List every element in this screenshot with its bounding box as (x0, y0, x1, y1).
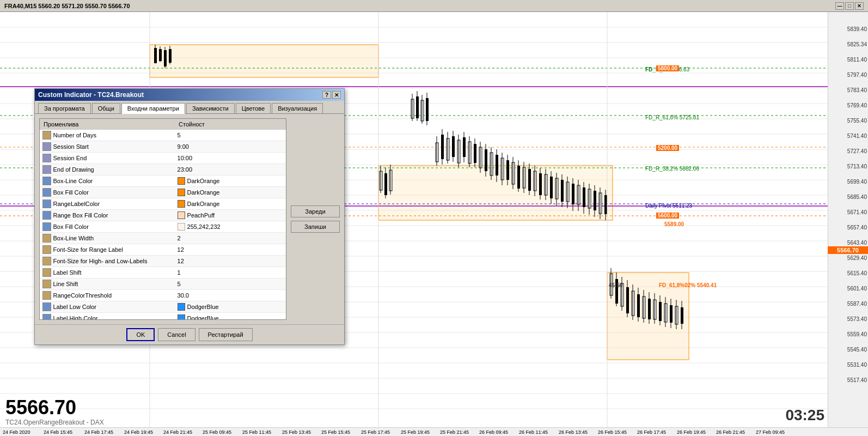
color-swatch (178, 177, 185, 185)
dialog-tabs: За програмата Общи Входни параметри Зави… (35, 101, 344, 114)
color-swatch (178, 200, 185, 208)
table-row: Font-Size for High- and Low-Labels 12 (40, 256, 286, 267)
tab-inputs[interactable]: Входни параметри (121, 103, 185, 114)
row-icon-color (42, 314, 51, 320)
row-icon-ab (42, 154, 51, 162)
row-value[interactable]: DarkOrange (175, 187, 286, 198)
row-value[interactable]: DarkOrange (175, 175, 286, 187)
table-row: Font-Size for Range Label 12 (40, 244, 286, 256)
table-row: Label Shift 1 (40, 267, 286, 278)
table-row: Session End 10:00 (40, 153, 286, 164)
row-icon-num (42, 131, 51, 140)
table-row: Range Box Fill Color PeachPuff (40, 210, 286, 221)
table-row: Box-Line Width 2 (40, 233, 286, 244)
table-row: Label High Color DodgerBlue (40, 313, 286, 320)
save-button[interactable]: Запиши (291, 221, 340, 233)
params-table-container[interactable]: Променлива Стойност Number of Days (39, 118, 286, 320)
tab-common[interactable]: Общи (92, 103, 120, 113)
row-icon-color (42, 177, 51, 185)
row-value[interactable]: 1 (175, 267, 286, 278)
row-icon-ab (42, 165, 51, 174)
table-row: Box Fill Color DarkOrange (40, 187, 286, 198)
table-row: Box-Line Color DarkOrange (40, 175, 286, 187)
dialog-help-button[interactable]: ? (322, 91, 331, 99)
side-buttons-area: Зареди Запиши (291, 118, 340, 320)
row-value[interactable]: 5 (175, 130, 286, 141)
row-icon-num (42, 257, 51, 265)
row-value[interactable]: 255,242,232 (175, 221, 286, 233)
row-icon-num (42, 245, 51, 254)
dialog-title: Custom Indicator - TC24.Breakout (38, 91, 144, 99)
table-row: Session Start 9:00 (40, 141, 286, 153)
indicator-dialog: Custom Indicator - TC24.Breakout ? ✕ За … (34, 88, 345, 345)
tab-visualization[interactable]: Визуализация (272, 103, 323, 113)
color-swatch (178, 314, 185, 320)
row-value[interactable]: 10:00 (175, 153, 286, 164)
row-value[interactable]: 30.0 (175, 290, 286, 301)
dialog-title-buttons: ? ✕ (322, 91, 341, 99)
dialog-close-button[interactable]: ✕ (332, 91, 341, 99)
row-icon-color (42, 188, 51, 197)
tab-about[interactable]: За програмата (38, 103, 91, 113)
color-swatch (178, 303, 185, 311)
row-value[interactable]: 12 (175, 244, 286, 256)
dialog-footer: OK Cancel Рестартирай (35, 324, 344, 344)
table-row: End of Drawing 23:00 (40, 164, 286, 175)
tab-dependencies[interactable]: Зависимости (186, 103, 235, 113)
cancel-button[interactable]: Cancel (158, 328, 195, 341)
modal-overlay: Custom Indicator - TC24.Breakout ? ✕ За … (0, 0, 868, 436)
row-value[interactable]: 5 (175, 278, 286, 290)
color-swatch (178, 211, 185, 219)
row-icon-color (42, 302, 51, 311)
row-value[interactable]: PeachPuff (175, 210, 286, 221)
row-icon-color (42, 199, 51, 208)
row-value[interactable]: 12 (175, 256, 286, 267)
restart-button[interactable]: Рестартирай (199, 328, 253, 341)
row-value[interactable]: DodgerBlue (175, 301, 286, 313)
color-swatch (178, 223, 185, 231)
row-icon-ab (42, 142, 51, 151)
col-value: Стойност (175, 119, 286, 130)
ok-button[interactable]: OK (126, 328, 155, 341)
table-row: Box Fill Color 255,242,232 (40, 221, 286, 233)
table-row: RangeLabelColor DarkOrange (40, 198, 286, 210)
row-icon-color (42, 211, 51, 220)
dialog-title-bar: Custom Indicator - TC24.Breakout ? ✕ (35, 89, 344, 101)
tab-colors[interactable]: Цветове (236, 103, 271, 113)
params-table: Променлива Стойност Number of Days (40, 119, 286, 320)
dialog-content-area: Променлива Стойност Number of Days (35, 114, 344, 324)
color-swatch (178, 189, 185, 196)
row-value[interactable]: DarkOrange (175, 198, 286, 210)
table-row: Number of Days 5 (40, 130, 286, 141)
col-variable: Променлива (40, 119, 175, 130)
row-icon-color (42, 222, 51, 231)
row-value[interactable]: DodgerBlue (175, 313, 286, 320)
row-icon-num (42, 291, 51, 300)
row-value[interactable]: 23:00 (175, 164, 286, 175)
row-value[interactable]: 9:00 (175, 141, 286, 153)
row-icon-num (42, 268, 51, 277)
table-row: RangeColorThreshold 30.0 (40, 290, 286, 301)
row-icon-num (42, 280, 51, 288)
table-row: Line Shift 5 (40, 278, 286, 290)
row-value[interactable]: 2 (175, 233, 286, 244)
row-icon-num (42, 234, 51, 243)
reset-button[interactable]: Зареди (291, 205, 340, 217)
table-row: Label Low Color DodgerBlue (40, 301, 286, 313)
